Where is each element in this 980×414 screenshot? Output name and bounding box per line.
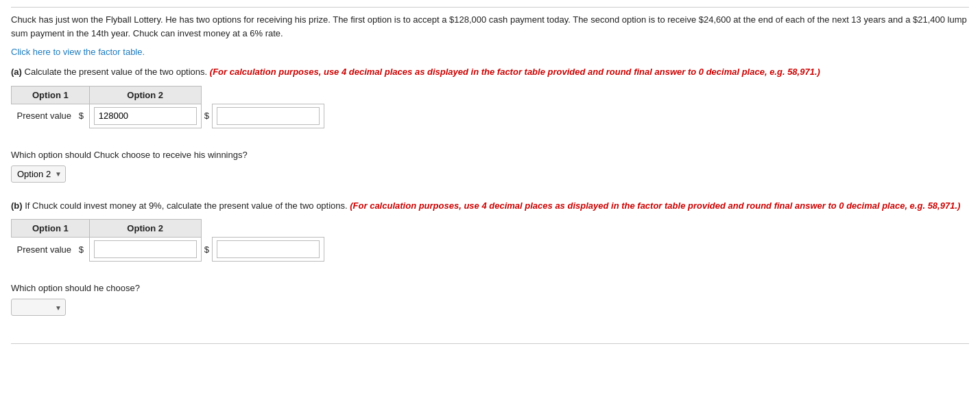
part-b-option2-header: Option 2 — [89, 220, 201, 238]
part-a-table-container: Option 1 Option 2 Present value $ $ — [11, 86, 324, 128]
part-b-option2-input[interactable] — [217, 240, 320, 258]
part-b-which-option-text: Which option should he choose? — [11, 283, 969, 293]
part-b-option1-cell — [89, 238, 201, 262]
factor-table-link[interactable]: Click here to view the factor table. — [11, 47, 969, 57]
part-b-instruction: (For calculation purposes, use 4 decimal… — [350, 200, 960, 211]
part-b-dollar1: $ — [79, 244, 84, 255]
part-a-present-value-row: Present value $ $ — [12, 104, 324, 128]
part-b-present-value-row: Present value $ $ — [12, 238, 324, 262]
part-a-pv-label: Present value $ — [12, 104, 90, 128]
part-b-pv-label: Present value $ — [12, 238, 90, 262]
part-b-option1-input[interactable] — [94, 240, 197, 258]
part-b-option2-cell — [212, 238, 324, 262]
part-b-question: (b) If Chuck could invest money at 9%, c… — [11, 199, 969, 213]
part-a-option2-input[interactable] — [217, 107, 320, 125]
part-b-option1-header: Option 1 — [12, 220, 90, 238]
part-a-option1-header: Option 1 — [12, 86, 90, 104]
bottom-divider — [11, 343, 969, 344]
part-a-table: Option 1 Option 2 Present value $ $ — [11, 86, 324, 128]
part-b-label: (b) — [11, 200, 23, 211]
part-b-dollar2-cell: $ — [201, 238, 212, 262]
part-a-option1-cell — [89, 104, 201, 128]
part-a-dollar2-cell: $ — [201, 104, 212, 128]
intro-text: Chuck has just won the Flyball Lottery. … — [11, 7, 969, 40]
part-b-question-text: If Chuck could invest money at 9%, calcu… — [25, 200, 350, 211]
part-a-dollar2: $ — [204, 111, 209, 121]
part-b-table-container: Option 1 Option 2 Present value $ $ — [11, 219, 324, 262]
part-a-label: (a) — [11, 67, 22, 77]
part-a-select-wrapper[interactable]: Option 1 Option 2 ▼ — [11, 165, 66, 183]
part-a-question-text: Calculate the present value of the two o… — [25, 67, 210, 77]
part-b-dollar2: $ — [204, 244, 209, 255]
part-a-option1-input[interactable] — [94, 107, 197, 125]
part-b-option-select[interactable]: Option 1 Option 2 — [14, 301, 62, 314]
part-a-option-select[interactable]: Option 1 Option 2 — [14, 168, 62, 181]
part-b-table: Option 1 Option 2 Present value $ $ — [11, 219, 324, 262]
part-b-select-wrapper[interactable]: Option 1 Option 2 ▼ — [11, 299, 66, 316]
part-a-instruction: (For calculation purposes, use 4 decimal… — [210, 67, 820, 77]
part-a-option2-cell — [212, 104, 324, 128]
part-a-option2-header: Option 2 — [89, 86, 201, 104]
part-a-question: (a) Calculate the present value of the t… — [11, 65, 969, 79]
part-a-dollar1: $ — [79, 111, 84, 121]
part-a-which-option-text: Which option should Chuck choose to rece… — [11, 150, 969, 160]
